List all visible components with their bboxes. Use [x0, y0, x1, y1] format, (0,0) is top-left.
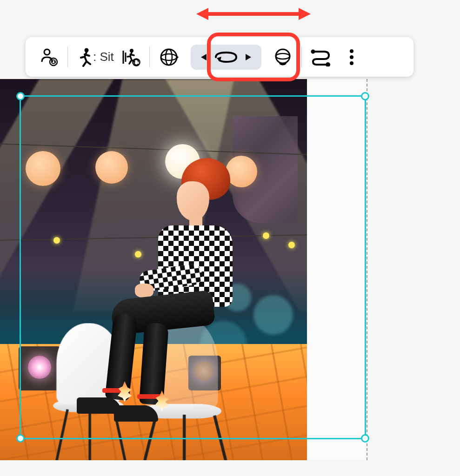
avatar-shin: [139, 322, 169, 405]
triangle-right-icon: [246, 54, 251, 60]
annotation-horizontal-arrow: [195, 2, 312, 26]
svg-point-4: [50, 58, 57, 66]
avatar-face: [177, 181, 209, 221]
svg-marker-2: [299, 8, 311, 20]
svg-point-11: [161, 54, 177, 60]
avatar-shoe: [114, 405, 158, 422]
rotate-horizontal-button[interactable]: [188, 43, 264, 71]
running-refresh-icon: [120, 47, 141, 67]
pose-label: : Sit: [93, 50, 114, 64]
kebab-icon: [348, 48, 355, 66]
pose-button[interactable]: : Sit: [68, 43, 118, 71]
svg-point-20: [326, 62, 330, 66]
lantern: [26, 151, 60, 186]
globe-rotate-icon: [158, 46, 180, 68]
svg-point-22: [350, 55, 353, 59]
face-gear-icon: [273, 47, 293, 67]
triangle-left-icon: [201, 54, 207, 60]
svg-point-17: [276, 49, 290, 63]
speaker-prop: [19, 346, 60, 390]
svg-point-21: [350, 49, 353, 53]
path-curve-icon: [310, 48, 332, 66]
svg-point-23: [350, 61, 353, 65]
svg-marker-16: [246, 54, 251, 60]
rotate-loop-icon: [212, 50, 240, 64]
face-settings-button[interactable]: [264, 43, 301, 71]
scene-background: [0, 79, 307, 460]
rotate-3d-button[interactable]: [150, 43, 188, 71]
svg-point-3: [44, 49, 50, 55]
svg-marker-1: [196, 8, 208, 20]
svg-marker-14: [201, 54, 207, 60]
canvas-extended-region[interactable]: [307, 79, 367, 460]
svg-point-12: [166, 49, 172, 65]
avatar-swap-button[interactable]: [30, 43, 67, 71]
bulb: [53, 237, 60, 244]
svg-marker-13: [176, 55, 179, 60]
avatar-canvas[interactable]: [0, 79, 307, 460]
bulb: [263, 232, 269, 239]
running-icon: [76, 47, 92, 67]
pose-cycle-button[interactable]: [118, 43, 149, 71]
path-button[interactable]: [302, 43, 340, 71]
svg-point-10: [161, 49, 177, 65]
more-button[interactable]: [340, 43, 363, 71]
bulb: [288, 242, 295, 248]
avatar-toolbar: : Sit: [26, 37, 413, 77]
svg-point-18: [276, 53, 290, 59]
avatar-character[interactable]: [67, 158, 263, 418]
person-refresh-icon: [39, 47, 59, 67]
